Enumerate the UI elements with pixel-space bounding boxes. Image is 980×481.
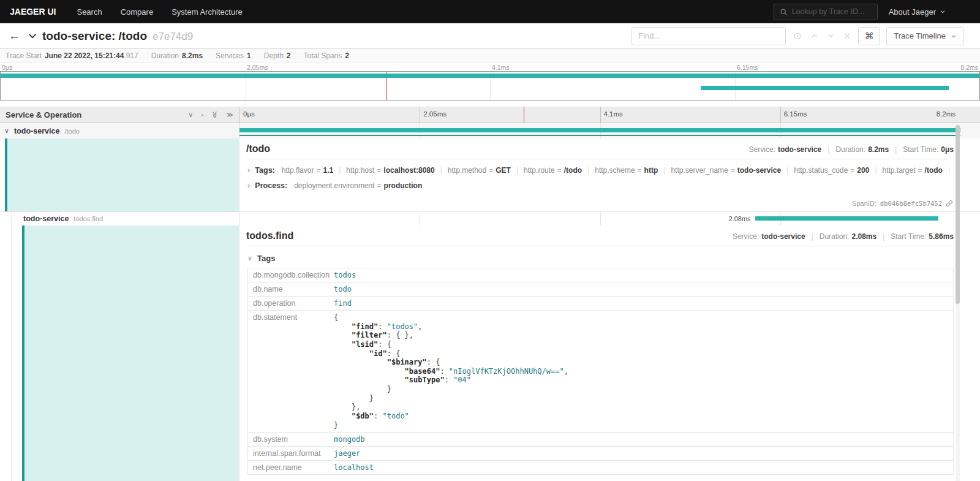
tag-value: http (644, 166, 658, 175)
tag-table-row: db.systemmongodb (248, 433, 953, 447)
summary-label: Total Spans (304, 51, 342, 60)
separator: | (786, 166, 788, 175)
minimap-tick-label: 8.2ms (960, 64, 978, 71)
process-summary-row[interactable]: › Process: deployment.environment=produc… (246, 181, 954, 190)
span-detail-row-todos-find: todos.find Service:todo-service|Duration… (0, 225, 980, 481)
tag-item: http.status_code=200 (794, 166, 869, 175)
process-label: Process: (255, 181, 287, 190)
tags-accordion-label: Tags (257, 254, 275, 263)
span-id-value: db046b8efc5b7452 (880, 200, 942, 207)
brand-link[interactable]: JAEGER UI (10, 7, 56, 17)
summary-label: Trace Start (6, 51, 42, 60)
minimap-tick-label: 2.05ms (247, 64, 268, 71)
divider (246, 159, 954, 159)
separator: | (875, 166, 876, 175)
collapse-one-icon[interactable]: ∨ (188, 111, 193, 119)
span-row-todos-find[interactable]: todo-service todos.find 2.08ms (0, 211, 980, 225)
span-detail-title: /todo (246, 143, 270, 154)
tag-table-row: net.peer.namelocalhost (248, 461, 953, 474)
about-jaeger-menu[interactable]: About Jaeger (889, 7, 946, 17)
child-span-indicator (239, 135, 960, 136)
span-bar[interactable] (239, 128, 960, 132)
trace-id-lookup[interactable] (774, 4, 878, 20)
nav-item-search[interactable]: Search (77, 7, 102, 17)
chevron-down-icon[interactable]: ∨ (4, 127, 9, 135)
tag-value: /todo (925, 166, 943, 175)
tag-value: todos (329, 268, 953, 282)
jaeger-trace-page: JAEGER UI SearchCompareSystem Architectu… (0, 0, 980, 481)
tag-value: localhost:8080 (383, 166, 434, 175)
tag-value: mongodb (329, 433, 953, 446)
collapse-all-icon[interactable]: ≫ (211, 111, 219, 118)
tag-value-text: mongodb (334, 435, 365, 444)
tag-value: 200 (857, 166, 869, 175)
chevron-right-icon: › (247, 165, 250, 175)
meta-label: Start Time: (891, 232, 926, 241)
meta-value: todo-service (761, 232, 805, 241)
tags-accordion[interactable]: ∨ Tags (247, 254, 954, 263)
summary-value: 2 (287, 51, 291, 60)
find-input[interactable] (631, 27, 786, 45)
focus-spans-icon[interactable] (792, 32, 803, 40)
tag-key: db.operation (248, 297, 329, 310)
back-button[interactable]: ← (9, 30, 20, 42)
tag-item: http.route=/todo (524, 166, 582, 175)
span-row-todo[interactable]: ∨ todo-service /todo (0, 123, 980, 138)
span-detail-row-todo: /todo Service:todo-service|Duration:8.2m… (0, 138, 980, 211)
spacer (0, 100, 980, 107)
ruler-tick-label: 8.2ms (937, 110, 956, 118)
span-meta: Service:todo-service|Duration:8.2ms|Star… (749, 145, 954, 154)
span-bar[interactable] (755, 216, 938, 221)
trace-view-selector[interactable]: Trace Timeline (886, 27, 964, 45)
tag-equals: = (731, 166, 735, 175)
tags-table: db.mongodb.collectiontodosdb.nametododb.… (247, 268, 954, 475)
cursor-guide-line (524, 107, 524, 123)
chevron-down-icon (951, 33, 957, 39)
tag-equals: = (557, 166, 562, 175)
tag-item: http.target=/todo (883, 166, 943, 175)
summary-value: 1 (247, 51, 251, 60)
summary-value: June 22 2022, 15:21:44 (45, 51, 124, 60)
tag-table-row: internal.span.formatjaeger (248, 447, 953, 461)
trace-minimap[interactable] (0, 71, 980, 100)
tag-value: localhost (329, 461, 953, 474)
next-result-icon[interactable] (826, 32, 836, 40)
ruler-tick-label: 0μs (243, 110, 255, 118)
span-name-column[interactable]: ∨ todo-service /todo (0, 123, 239, 138)
prev-result-icon[interactable] (809, 32, 820, 40)
span-detail-gutter[interactable] (0, 138, 239, 211)
span-detail-title: todos.find (246, 230, 293, 241)
summary-value: 8.2ms (182, 51, 203, 60)
collapse-controls: ∨ › ≫ ≫ (188, 111, 233, 119)
minimap-tick-label: 0μs (2, 64, 12, 71)
tag-value: production (384, 181, 423, 190)
gridline (600, 107, 601, 123)
meta-label: Duration: (835, 145, 865, 154)
collapse-trace-chevron-icon[interactable] (28, 31, 37, 41)
expand-all-icon[interactable]: ≫ (226, 111, 233, 119)
timeline-ruler[interactable]: 0μs2.05ms4.1ms6.15ms8.2ms (239, 107, 960, 123)
span-detail-gutter[interactable] (0, 225, 239, 481)
tag-value: /todo (564, 166, 582, 175)
tags-summary-row[interactable]: › Tags: http.flavor=1.1|http.host=localh… (246, 165, 954, 175)
tag-key: db.system (248, 433, 329, 446)
tag-table-row: db.mongodb.collectiontodos (248, 268, 953, 282)
trace-id-input[interactable] (792, 7, 872, 16)
nav-item-compare[interactable]: Compare (121, 7, 153, 17)
json-value: { "find": "todos", "filter": { }, "lsid"… (334, 313, 948, 430)
link-icon[interactable] (946, 200, 953, 207)
expand-one-icon[interactable]: › (201, 111, 203, 118)
tags-label: Tags: (255, 166, 274, 175)
summary-suffix: .917 (124, 51, 138, 60)
tag-key: internal.span.format (248, 447, 329, 460)
ruler-tick-label: 2.05ms (423, 110, 447, 118)
span-name-column[interactable]: todo-service todos.find (0, 212, 239, 225)
vertical-scrollbar[interactable] (956, 124, 960, 481)
clear-search-icon[interactable] (842, 32, 852, 40)
keyboard-shortcuts-button[interactable]: ⌘ (858, 27, 880, 45)
tag-key: http.route (524, 166, 555, 175)
ruler-tick-label: 6.15ms (784, 110, 807, 118)
scrollbar-thumb[interactable] (956, 125, 960, 304)
nav-item-system-architecture[interactable]: System Architecture (172, 7, 243, 17)
navbar-right: About Jaeger (774, 4, 946, 20)
